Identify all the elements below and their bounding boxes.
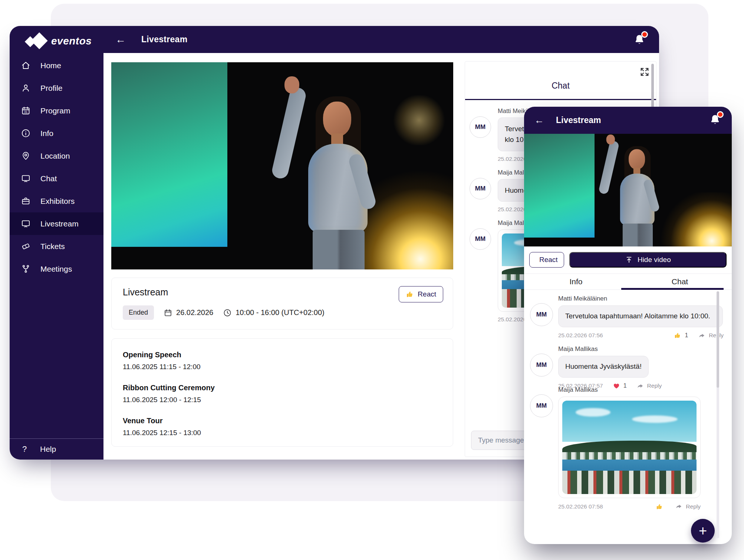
chat-title-underline — [465, 99, 656, 100]
sidebar-item-label: Home — [40, 61, 61, 70]
message-bubble: Tervetuloa tapahtumaan! Aloitamme klo 10… — [558, 305, 723, 327]
presenter — [599, 137, 670, 246]
notifications-button[interactable] — [633, 32, 647, 47]
brand-name: eventos — [51, 35, 92, 47]
status-badge: Ended — [123, 305, 154, 320]
question-mark-icon: ? — [22, 444, 30, 454]
calendar-icon: 31 — [21, 106, 31, 116]
hide-video-button[interactable]: Hide video — [569, 252, 727, 268]
chat-message: MM Matti Meikäläinen Tervetuloa tapahtum… — [530, 295, 724, 339]
mobile-scrollbar-thumb[interactable] — [717, 291, 719, 388]
back-arrow-icon[interactable]: ← — [115, 34, 126, 46]
sidebar-item-profile[interactable]: Profile — [10, 77, 103, 99]
sidebar-item-tickets[interactable]: Tickets — [10, 235, 103, 258]
meetings-icon — [21, 264, 31, 274]
page-title: Livestream — [141, 34, 187, 44]
clock-icon — [223, 308, 232, 317]
sidebar-item-location[interactable]: Location — [10, 145, 103, 167]
stream-title: Livestream — [123, 287, 168, 298]
stream-info-card: Livestream Ended 26.02.2026 10:00 - 16:0… — [111, 278, 453, 329]
mobile-livestream-video[interactable] — [524, 134, 732, 246]
reaction-chip[interactable]: 1 — [674, 332, 688, 339]
sidebar-item-label: Livestream — [40, 219, 79, 228]
schedule-item-title: Opening Speech — [123, 351, 442, 359]
react-button[interactable]: React — [529, 252, 564, 268]
schedule-item-title: Ribbon Cutting Ceremony — [123, 384, 442, 392]
reply-icon — [698, 332, 706, 339]
sidebar-item-label: Info — [40, 129, 53, 138]
eventos-logo-icon — [26, 32, 46, 50]
notifications-button[interactable] — [709, 112, 723, 127]
sidebar-item-livestream[interactable]: Livestream — [10, 212, 103, 235]
info-icon — [21, 128, 31, 138]
screen-icon — [21, 219, 31, 229]
tab-info[interactable]: Info — [524, 274, 628, 289]
schedule-card: Opening Speech 11.06.2025 11:15 - 12:00 … — [111, 338, 453, 447]
livestream-video-player[interactable] — [111, 62, 453, 269]
screenshot-canvas: ← Livestream eventos Home Profile — [0, 0, 744, 560]
screen-icon — [21, 173, 31, 183]
stream-date: 26.02.2026 — [164, 308, 213, 317]
react-button[interactable]: React — [399, 286, 443, 302]
message-author: Matti Meikäläinen — [558, 295, 724, 302]
reply-button[interactable]: Reply — [698, 332, 724, 339]
sidebar-item-help[interactable]: ? Help — [10, 439, 103, 460]
chat-message: MM Maija Mallikas Huomenta Jyväskylästä!… — [530, 345, 724, 390]
sidebar-item-chat[interactable]: Chat — [10, 167, 103, 190]
message-author: Maija Mallikas — [558, 386, 724, 394]
schedule-item-title: Venue Tour — [123, 417, 442, 425]
calendar-icon — [164, 308, 172, 317]
sidebar-divider — [10, 438, 103, 439]
schedule-item: Ribbon Cutting Ceremony 11.06.2025 12:00… — [123, 384, 442, 404]
video-frame — [524, 134, 732, 246]
stage-led-screen — [524, 134, 595, 238]
sidebar-item-label: Chat — [40, 174, 57, 183]
sidebar-item-label: Profile — [40, 84, 63, 93]
thumbs-up-icon — [406, 290, 414, 298]
profile-icon — [21, 83, 31, 93]
schedule-item-time: 11.06.2025 12:00 - 12:15 — [123, 396, 442, 404]
schedule-item: Opening Speech 11.06.2025 11:15 - 12:00 — [123, 351, 442, 371]
message-bubble: Huomenta Jyväskylästä! — [558, 356, 649, 378]
sidebar-item-meetings[interactable]: Meetings — [10, 258, 103, 280]
new-message-button[interactable]: + — [691, 519, 715, 543]
tab-chat[interactable]: Chat — [628, 274, 732, 289]
desktop-topbar: ← Livestream — [103, 26, 659, 53]
sidebar-item-program[interactable]: 31 Program — [10, 99, 103, 122]
thumbs-up-icon — [656, 503, 663, 510]
message-timestamp: 25.02.2026 07:56 — [558, 332, 603, 339]
notification-dot — [641, 31, 648, 38]
stage-light-glow-small — [392, 95, 447, 145]
sidebar-item-label: Exhibitors — [40, 197, 75, 206]
mobile-app-window: ← Livestream React — [524, 107, 732, 544]
avatar: MM — [530, 354, 553, 377]
back-arrow-icon[interactable]: ← — [534, 115, 544, 126]
ticket-icon — [21, 241, 31, 251]
sidebar-item-exhibitors[interactable]: Exhibitors — [10, 190, 103, 212]
location-pin-icon — [21, 151, 31, 161]
chat-panel-title: Chat — [465, 81, 656, 91]
home-icon — [21, 60, 31, 70]
sidebar-item-label: Location — [40, 152, 70, 160]
reply-icon — [675, 503, 683, 510]
reaction-chip[interactable] — [656, 503, 666, 510]
jyvaskyla-aerial-photo — [562, 401, 697, 494]
reply-button[interactable]: Reply — [675, 503, 701, 510]
expand-button[interactable] — [639, 67, 650, 77]
sidebar-item-info[interactable]: Info — [10, 122, 103, 145]
schedule-item-time: 11.06.2025 11:15 - 12:00 — [123, 363, 442, 371]
presenter — [272, 81, 394, 269]
avatar: MM — [530, 303, 553, 326]
avatar: MM — [470, 228, 491, 250]
sidebar-item-label: Program — [40, 106, 70, 115]
sidebar-nav: Home Profile 31 Program Info Location — [10, 54, 103, 280]
mobile-tabs: Info Chat — [524, 274, 732, 290]
schedule-item-time: 11.06.2025 12:15 - 13:00 — [123, 429, 442, 437]
sidebar-item-home[interactable]: Home — [10, 54, 103, 77]
mobile-topbar: ← Livestream — [524, 107, 732, 134]
chat-message: MM Maija Mallikas 25.02.2026 07:58 — [530, 386, 724, 510]
sidebar-item-label: Tickets — [40, 242, 65, 251]
schedule-item: Venue Tour 11.06.2025 12:15 - 13:00 — [123, 417, 442, 437]
message-image[interactable] — [558, 397, 701, 498]
active-tab-underline — [621, 288, 724, 290]
